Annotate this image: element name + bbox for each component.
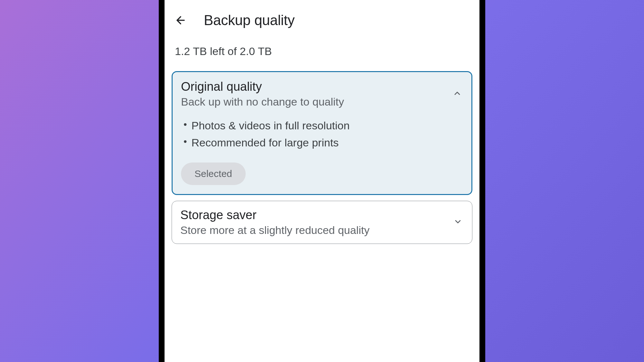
bullet-item: • Recommended for large prints: [184, 134, 463, 151]
screen-content: Backup quality 1.2 TB left of 2.0 TB Ori…: [165, 0, 479, 362]
bullet-text: Photos & videos in full resolution: [192, 117, 350, 134]
bullet-text: Recommended for large prints: [192, 134, 339, 151]
option-text-block: Original quality Back up with no change …: [181, 80, 451, 108]
chevron-down-icon: [453, 217, 462, 226]
bullet-dot-icon: •: [184, 117, 187, 132]
phone-frame: Backup quality 1.2 TB left of 2.0 TB Ori…: [159, 0, 485, 362]
option-header: Original quality Back up with no change …: [181, 80, 463, 108]
bullet-dot-icon: •: [184, 134, 187, 149]
app-header: Backup quality: [165, 0, 479, 41]
selected-status-badge: Selected: [181, 162, 246, 185]
chevron-up-icon: [453, 89, 462, 98]
quality-options-list: Original quality Back up with no change …: [165, 71, 479, 244]
storage-remaining-text: 1.2 TB left of 2.0 TB: [165, 41, 479, 71]
bullet-item: • Photos & videos in full resolution: [184, 117, 463, 134]
expand-toggle[interactable]: [452, 216, 464, 227]
option-title: Original quality: [181, 80, 451, 94]
arrow-left-icon: [175, 14, 187, 26]
option-title: Storage saver: [180, 208, 452, 222]
option-header: Storage saver Store more at a slightly r…: [180, 208, 464, 237]
option-storage-saver[interactable]: Storage saver Store more at a slightly r…: [172, 201, 472, 244]
option-text-block: Storage saver Store more at a slightly r…: [180, 208, 452, 237]
option-subtitle: Back up with no change to quality: [181, 96, 451, 108]
page-title: Backup quality: [204, 12, 295, 28]
option-details-list: • Photos & videos in full resolution • R…: [181, 117, 463, 151]
collapse-toggle[interactable]: [451, 88, 463, 99]
option-subtitle: Store more at a slightly reduced quality: [180, 224, 452, 237]
option-original-quality[interactable]: Original quality Back up with no change …: [172, 71, 472, 195]
back-button[interactable]: [173, 13, 188, 28]
